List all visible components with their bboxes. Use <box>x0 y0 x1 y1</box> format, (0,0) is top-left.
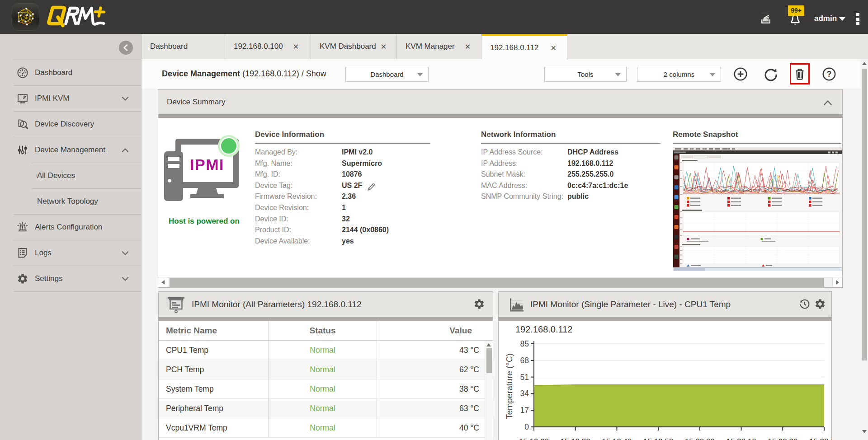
edit-device-tag-icon[interactable] <box>367 183 376 191</box>
help-button[interactable]: ? <box>822 67 836 81</box>
tab-dashboard[interactable]: Dashboard <box>142 34 225 59</box>
remote-snapshot-thumbnail[interactable] <box>673 147 841 271</box>
svg-text:68: 68 <box>520 356 529 365</box>
tools-select[interactable]: Tools <box>544 67 627 82</box>
network-info-title: Network Information <box>481 130 556 139</box>
notification-badge[interactable]: 99+ <box>788 5 804 16</box>
table-row[interactable]: Peripheral Temp Normal 63 °C <box>159 399 493 418</box>
table-row[interactable]: System Temp Normal 38 °C <box>159 379 493 399</box>
svg-text:0: 0 <box>524 422 529 431</box>
delete-button[interactable] <box>793 67 807 81</box>
chart-panel-title: IPMI Monitor (Single Parameter - Live) -… <box>530 300 731 309</box>
svg-text:34: 34 <box>520 389 529 398</box>
select-caret-icon <box>615 73 621 76</box>
select-caret-icon <box>417 73 423 76</box>
table-vscrollbar[interactable] <box>485 341 492 440</box>
sidebar-item-settings[interactable]: Settings <box>0 266 142 291</box>
tab-close-icon[interactable]: ✕ <box>293 42 299 51</box>
svg-text:15:20:20: 15:20:20 <box>768 437 797 440</box>
svg-text:15:19:20: 15:19:20 <box>519 437 549 440</box>
svg-text:?: ? <box>827 70 832 79</box>
tab-close-icon[interactable]: ✕ <box>465 42 471 51</box>
overflow-menu-icon[interactable] <box>856 13 860 26</box>
device-info-list: Managed By:IPMI v2.0 Mfg. Name:Supermicr… <box>255 148 430 248</box>
device-management-sliders-icon <box>17 144 28 156</box>
kvm-monitor-icon <box>17 93 28 104</box>
user-menu-caret-icon[interactable] <box>839 17 845 21</box>
dashboard-gauge-icon <box>17 67 28 79</box>
svg-text:15:20:00: 15:20:00 <box>685 437 715 440</box>
sidebar-item-device-management[interactable]: Device Management <box>0 137 142 163</box>
network-info-list: IP Address Source:DHCP Address IP Addres… <box>481 148 660 204</box>
columns-select[interactable]: 2 columns <box>637 67 721 82</box>
sidebar-item-network-topology[interactable]: Network Topology <box>0 188 142 214</box>
sidebar-item-alerts-configuration[interactable]: Alerts Configuration <box>0 214 142 240</box>
history-icon[interactable] <box>799 299 810 310</box>
ipmi-device-image: IPMI <box>164 134 242 203</box>
table-row[interactable]: CPU1 Temp Normal 43 °C <box>159 341 493 360</box>
ipmi-monitor-chart-panel: IPMI Monitor (Single Parameter - Live) -… <box>498 291 832 440</box>
host-power-status: Host is powered on <box>169 217 240 226</box>
top-bar: 99+ admin <box>0 0 868 34</box>
svg-text:15:19:50: 15:19:50 <box>643 437 673 440</box>
sidebar: Dashboard IPMI KVM Device Discovery <box>0 34 142 440</box>
widget-settings-gear-icon[interactable] <box>814 298 826 310</box>
sidebar-item-logs[interactable]: Logs <box>0 240 142 266</box>
settings-gear-icon <box>17 273 28 285</box>
page-scroll-thumb[interactable] <box>862 69 867 360</box>
select-caret-icon <box>710 73 715 76</box>
tab-kvm-manager[interactable]: KVM Manager ✕ <box>397 34 481 59</box>
add-widget-button[interactable] <box>733 67 748 81</box>
chevron-down-icon <box>121 94 130 103</box>
device-info-title: Device Information <box>255 130 324 139</box>
show-select[interactable]: Dashboard <box>345 67 429 82</box>
svg-text:85: 85 <box>520 339 529 348</box>
refresh-button[interactable] <box>764 67 778 81</box>
metrics-table: Metric Name Status Value CPU1 Temp Norma… <box>159 321 493 438</box>
remote-snapshot-image <box>673 147 842 271</box>
user-menu[interactable]: admin <box>814 14 837 23</box>
monitor-table-title: IPMI Monitor (All Parameters) 192.168.0.… <box>192 300 362 309</box>
page-title: Device Management (192.168.0.112) / Show <box>162 69 326 79</box>
device-summary-body: IPMI Host is powered on Device Informati… <box>158 118 842 277</box>
toolbar: Device Management (192.168.0.112) / Show… <box>142 59 860 89</box>
tab-close-icon[interactable]: ✕ <box>550 44 556 52</box>
remote-snapshot-title: Remote Snapshot <box>673 130 738 139</box>
table-header-row: Metric Name Status Value <box>159 321 493 341</box>
qrm-logo-icon[interactable] <box>12 3 39 31</box>
device-summary-header[interactable]: Device Summary <box>158 90 842 118</box>
tab-close-icon[interactable]: ✕ <box>381 42 387 51</box>
chevron-down-icon <box>121 248 130 257</box>
qrm-logo-text[interactable] <box>47 5 105 29</box>
widget-settings-gear-icon[interactable] <box>473 298 485 310</box>
device-discovery-icon <box>17 118 28 130</box>
chevron-up-icon <box>121 145 130 154</box>
presentation-screen-icon <box>166 295 186 314</box>
device-summary-hscrollbar[interactable] <box>158 277 842 287</box>
logs-document-icon <box>17 247 28 259</box>
ipmi-monitor-table-panel: IPMI Monitor (All Parameters) 192.168.0.… <box>158 291 493 440</box>
sidebar-item-ipmi-kvm[interactable]: IPMI KVM <box>0 85 142 111</box>
page-vscrollbar[interactable] <box>860 59 868 440</box>
vscroll-thumb[interactable] <box>486 348 492 373</box>
tab-bar: Dashboard 192.168.0.100 ✕ KVM Dashboard … <box>142 34 868 59</box>
svg-text:15:19:30: 15:19:30 <box>561 437 590 440</box>
tab-192-168-0-112[interactable]: 192.168.0.112 ✕ <box>481 34 567 60</box>
tab-kvm-dashboard[interactable]: KVM Dashboard ✕ <box>311 34 397 59</box>
sidebar-item-all-devices[interactable]: All Devices <box>0 163 142 188</box>
svg-text:IPMI: IPMI <box>190 156 224 173</box>
device-summary-panel: Device Summary IPMI Host is powered on D… <box>158 89 843 288</box>
table-row[interactable]: Vcpu1VRM Temp Normal 40 °C <box>159 418 493 438</box>
sidebar-item-dashboard[interactable]: Dashboard <box>0 60 142 85</box>
svg-text:51: 51 <box>520 373 529 382</box>
task-queue-icon[interactable] <box>760 12 772 24</box>
hscroll-thumb[interactable] <box>170 278 824 287</box>
area-chart-icon <box>507 296 525 314</box>
panel-collapse-icon[interactable] <box>823 99 832 106</box>
svg-text:15:20:10: 15:20:10 <box>726 437 756 440</box>
sidebar-collapse-button[interactable] <box>119 41 133 55</box>
sidebar-item-device-discovery[interactable]: Device Discovery <box>0 111 142 137</box>
table-row[interactable]: PCH Temp Normal 62 °C <box>159 360 493 379</box>
svg-text:17: 17 <box>520 406 529 415</box>
tab-192-168-0-100[interactable]: 192.168.0.100 ✕ <box>225 34 311 59</box>
